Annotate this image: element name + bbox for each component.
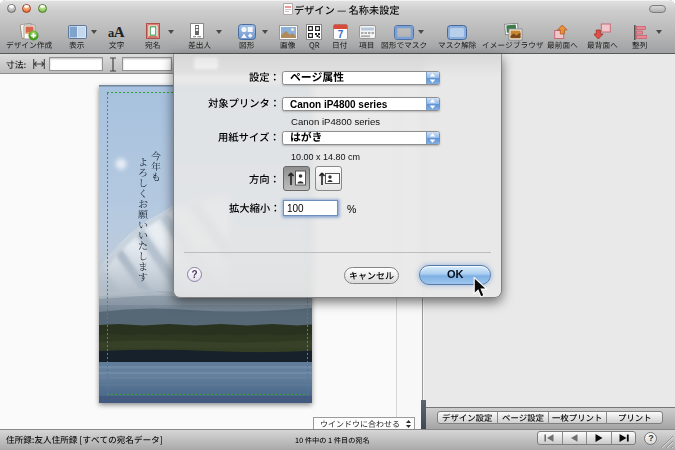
svg-text:7: 7 <box>338 29 344 40</box>
